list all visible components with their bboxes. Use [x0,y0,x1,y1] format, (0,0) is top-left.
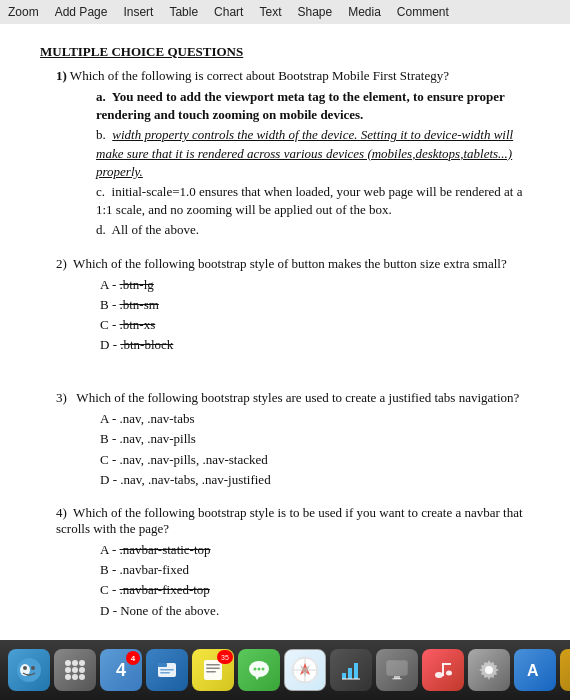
taskbar: 4 4 35 [0,640,570,700]
svg-point-12 [79,674,85,680]
question-1-answers: a. You need to add the viewport meta tag… [60,88,540,240]
answer-3c: C - .nav, .nav-pills, .nav-stacked [100,451,540,469]
svg-point-10 [65,674,71,680]
menu-chart[interactable]: Chart [214,5,243,19]
svg-rect-19 [206,668,220,670]
question-1-text: 1) Which of the following is correct abo… [56,68,540,84]
answer-2c: C - .btn-xs [100,316,540,334]
messages-icon[interactable] [238,649,280,691]
answer-1a: a. You need to add the viewport meta tag… [96,88,540,124]
question-4-answers: A - .navbar-static-top B - .navbar-fixed… [100,541,540,620]
appstore-icon[interactable]: A [514,649,556,691]
answer-1c: c. initial-scale=1.0 ensures that when l… [96,183,540,219]
svg-rect-34 [354,663,358,679]
svg-rect-17 [204,660,222,680]
question-4: 4) Which of the following bootstrap styl… [40,505,540,620]
svg-point-6 [79,660,85,666]
launchpad-icon[interactable] [54,649,96,691]
answer-4c: C - .navbar-fixed-top [100,581,540,599]
answer-1d: d. All of the above. [96,221,540,239]
answer-2b: B - .btn-sm [100,296,540,314]
menu-table[interactable]: Table [169,5,198,19]
menu-add-page[interactable]: Add Page [55,5,108,19]
svg-point-3 [31,666,35,670]
menu-comment[interactable]: Comment [397,5,449,19]
settings-icon[interactable] [468,649,510,691]
question-1: 1) Which of the following is correct abo… [40,68,540,240]
menu-text[interactable]: Text [259,5,281,19]
svg-point-8 [72,667,78,673]
svg-point-9 [79,667,85,673]
section-title: MULTIPLE CHOICE QUESTIONS [40,44,540,60]
question-2: 2) Which of the following bootstrap styl… [40,256,540,355]
face-id-icon[interactable] [560,649,570,691]
answer-4d: D - None of the above. [100,602,540,620]
svg-point-40 [446,671,452,676]
svg-rect-15 [160,669,174,671]
svg-rect-33 [348,668,352,679]
svg-rect-14 [158,663,167,667]
taskbar-icons: 4 4 35 [8,649,570,691]
bars-chart-icon[interactable] [330,649,372,691]
finder-icon[interactable] [8,649,50,691]
notes-icon[interactable]: 35 [192,649,234,691]
menu-insert[interactable]: Insert [123,5,153,19]
svg-point-25 [262,668,265,671]
dock-4-icon[interactable]: 4 4 [100,649,142,691]
answer-4a: A - .navbar-static-top [100,541,540,559]
answer-2d: D - .btn-block [100,336,540,354]
svg-point-4 [65,660,71,666]
question-3-answers: A - .nav, .nav-tabs B - .nav, .nav-pills… [100,410,540,489]
svg-point-5 [72,660,78,666]
svg-rect-36 [387,661,407,675]
answer-1b: b. width property controls the width of … [96,126,540,181]
music-icon[interactable] [422,649,464,691]
menu-media[interactable]: Media [348,5,381,19]
answer-4b: B - .navbar-fixed [100,561,540,579]
svg-rect-20 [206,671,216,673]
question-4-text: 4) Which of the following bootstrap styl… [56,505,540,537]
question-3-text: 3) Which of the following bootstrap styl… [56,390,540,406]
svg-text:A: A [527,662,539,679]
question-3: 3) Which of the following bootstrap styl… [40,390,540,489]
svg-rect-32 [342,673,346,679]
answer-3b: B - .nav, .nav-pills [100,430,540,448]
menu-bar: Zoom Add Page Insert Table Chart Text Sh… [0,0,570,24]
document-content: MULTIPLE CHOICE QUESTIONS 1) Which of th… [0,24,570,640]
svg-point-39 [435,672,443,678]
svg-rect-38 [392,678,402,680]
files-icon[interactable] [146,649,188,691]
answer-3a: A - .nav, .nav-tabs [100,410,540,428]
menu-shape[interactable]: Shape [297,5,332,19]
svg-point-2 [23,666,27,670]
answer-3d: D - .nav, .nav-tabs, .nav-justified [100,471,540,489]
svg-rect-18 [206,664,220,666]
svg-rect-42 [442,663,451,665]
svg-point-11 [72,674,78,680]
svg-point-24 [258,668,261,671]
answer-2a: A - .btn-lg [100,276,540,294]
safari-icon[interactable] [284,649,326,691]
svg-point-7 [65,667,71,673]
svg-point-23 [254,668,257,671]
svg-rect-16 [160,672,170,674]
question-2-answers: A - .btn-lg B - .btn-sm C - .btn-xs D - … [100,276,540,355]
monitor-icon[interactable] [376,649,418,691]
menu-zoom[interactable]: Zoom [8,5,39,19]
question-2-text: 2) Which of the following bootstrap styl… [56,256,540,272]
